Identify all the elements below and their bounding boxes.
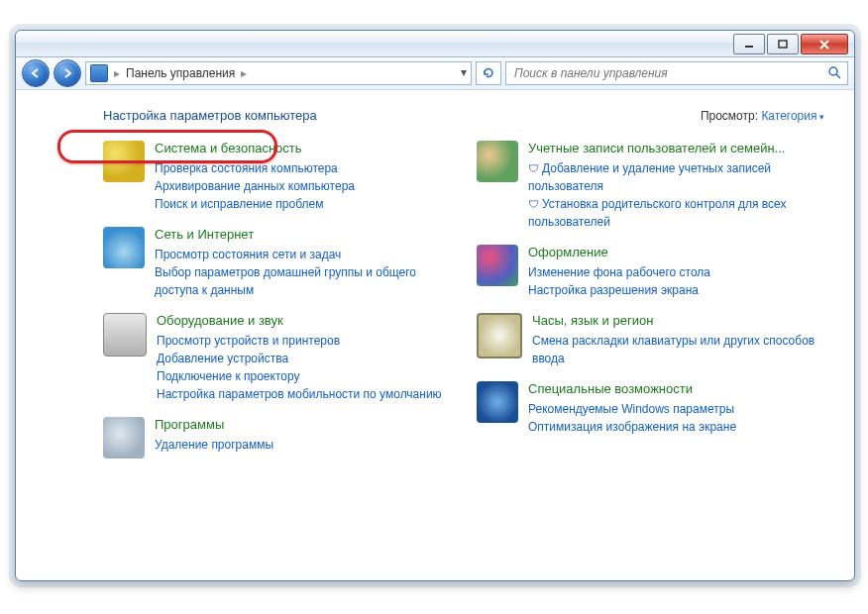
category-link-hardware[interactable]: Оборудование и звук <box>157 313 451 330</box>
address-dropdown-icon[interactable]: ▾ <box>461 65 467 79</box>
hardware-icon <box>103 313 147 357</box>
sub-link[interactable]: Рекомендуемые Windows параметры <box>528 400 824 418</box>
view-dropdown[interactable]: Категория <box>761 109 824 123</box>
category-network-internet: Сеть и Интернет Просмотр состояния сети … <box>103 227 451 299</box>
category-hardware-sound: Оборудование и звук Просмотр устройств и… <box>103 313 451 403</box>
minimize-button[interactable] <box>733 34 765 54</box>
sub-link[interactable]: Настройка разрешения экрана <box>528 281 824 299</box>
sub-link[interactable]: Изменение фона рабочего стола <box>528 263 824 281</box>
category-accessibility: Специальные возможности Рекомендуемые Wi… <box>477 381 824 436</box>
category-programs: Программы Удаление программы <box>103 417 451 459</box>
users-icon <box>477 141 518 182</box>
breadcrumb-sep: ▸ <box>241 66 247 80</box>
refresh-button[interactable] <box>476 61 501 85</box>
sub-link[interactable]: Установка родительского контроля для все… <box>528 195 824 231</box>
svg-rect-1 <box>779 41 787 48</box>
control-panel-window: ▸ Панель управления ▸ ▾ Настройка параме… <box>15 30 855 581</box>
sub-link[interactable]: Выбор параметров домашней группы и общег… <box>155 263 451 299</box>
category-link-clock[interactable]: Часы, язык и регион <box>532 313 824 330</box>
sub-link[interactable]: Подключение к проектору <box>157 367 451 385</box>
sub-link[interactable]: Архивирование данных компьютера <box>155 177 451 195</box>
sub-link[interactable]: Добавление устройства <box>157 350 451 367</box>
sub-link[interactable]: Просмотр состояния сети и задач <box>155 246 451 263</box>
category-link-system-security[interactable]: Система и безопасность <box>155 141 451 157</box>
breadcrumb-root[interactable]: Панель управления <box>126 66 235 80</box>
category-clock-region: Часы, язык и регион Смена раскладки клав… <box>477 313 824 367</box>
programs-icon <box>103 417 145 459</box>
system-security-icon <box>103 141 145 182</box>
appearance-icon <box>477 245 518 286</box>
sub-link[interactable]: Добавление и удаление учетных записей по… <box>528 159 824 195</box>
svg-point-2 <box>829 67 837 75</box>
sub-link[interactable]: Удаление программы <box>155 436 451 454</box>
category-link-appearance[interactable]: Оформление <box>528 245 824 261</box>
left-column: Система и безопасность Проверка состояни… <box>103 141 451 472</box>
view-label: Просмотр: <box>701 109 758 123</box>
category-link-users[interactable]: Учетные записи пользователей и семейн... <box>528 141 824 157</box>
sub-link[interactable]: Оптимизация изображения на экране <box>528 418 824 436</box>
category-link-network[interactable]: Сеть и Интернет <box>155 227 451 244</box>
sub-link[interactable]: Поиск и исправление проблем <box>155 195 451 213</box>
category-link-programs[interactable]: Программы <box>155 417 451 434</box>
network-icon <box>103 227 145 268</box>
svg-line-3 <box>836 74 840 78</box>
category-link-accessibility[interactable]: Специальные возможности <box>528 381 824 398</box>
toolbar: ▸ Панель управления ▸ ▾ <box>16 57 854 90</box>
titlebar <box>16 31 854 57</box>
search-icon <box>827 65 841 82</box>
maximize-button[interactable] <box>767 34 799 54</box>
page-title: Настройка параметров компьютера <box>103 108 317 123</box>
right-column: Учетные записи пользователей и семейн...… <box>477 141 824 472</box>
breadcrumb-sep: ▸ <box>114 66 120 80</box>
sub-link[interactable]: Настройка параметров мобильности по умол… <box>157 385 451 403</box>
accessibility-icon <box>477 381 518 423</box>
view-selector: Просмотр: Категория <box>701 109 824 123</box>
nav-back-button[interactable] <box>22 59 50 87</box>
clock-icon <box>477 313 522 358</box>
category-appearance: Оформление Изменение фона рабочего стола… <box>477 245 824 299</box>
close-button[interactable] <box>801 34 848 54</box>
sub-link[interactable]: Просмотр устройств и принтеров <box>157 332 451 350</box>
category-system-security: Система и безопасность Проверка состояни… <box>103 141 451 213</box>
address-bar[interactable]: ▸ Панель управления ▸ ▾ <box>85 61 472 85</box>
sub-link[interactable]: Смена раскладки клавиатуры или других сп… <box>532 332 824 367</box>
search-input[interactable] <box>512 65 841 81</box>
search-box[interactable] <box>505 61 848 85</box>
control-panel-icon <box>90 64 108 82</box>
nav-forward-button[interactable] <box>54 59 81 87</box>
category-user-accounts: Учетные записи пользователей и семейн...… <box>477 141 824 231</box>
sub-link[interactable]: Проверка состояния компьютера <box>155 159 451 177</box>
content-area: Настройка параметров компьютера Просмотр… <box>16 90 854 574</box>
